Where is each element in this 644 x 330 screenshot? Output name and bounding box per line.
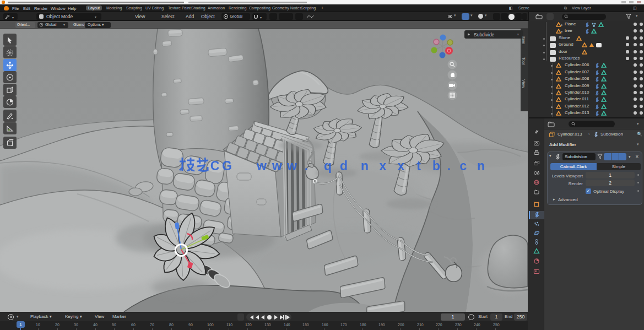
svg-text:Item: Item xyxy=(521,36,526,45)
svg-text:x: x xyxy=(398,159,405,173)
svg-text:q: q xyxy=(324,159,332,173)
svg-text:.: . xyxy=(447,159,451,173)
svg-text:G: G xyxy=(222,159,232,173)
svg-text:b: b xyxy=(432,159,440,173)
svg-text:x: x xyxy=(380,159,387,173)
svg-text:w: w xyxy=(286,159,297,173)
svg-text:w: w xyxy=(256,159,267,173)
svg-text:t: t xyxy=(416,159,421,173)
svg-text:Subdivide: Subdivide xyxy=(474,32,495,37)
svg-text:d: d xyxy=(340,159,348,173)
svg-text:×: × xyxy=(517,32,519,37)
svg-text:c: c xyxy=(460,159,467,173)
svg-text:n: n xyxy=(361,159,369,173)
svg-text:n: n xyxy=(477,159,485,173)
svg-text:Tool: Tool xyxy=(521,57,526,65)
svg-text:View: View xyxy=(521,79,526,89)
svg-text:.: . xyxy=(305,159,308,173)
svg-text:C: C xyxy=(210,159,220,173)
svg-text:w: w xyxy=(272,159,282,173)
